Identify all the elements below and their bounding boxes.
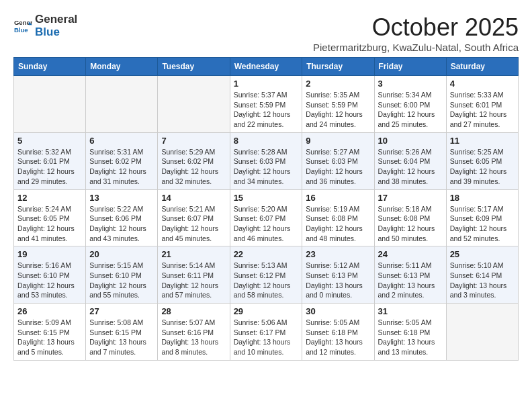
day-info: Sunrise: 5:09 AM Sunset: 6:15 PM Dayligh… xyxy=(17,318,82,357)
calendar-cell xyxy=(158,76,230,133)
svg-text:Blue: Blue xyxy=(14,26,28,33)
day-number: 30 xyxy=(306,306,370,316)
day-number: 21 xyxy=(161,249,226,259)
calendar-cell: 26Sunrise: 5:09 AM Sunset: 6:15 PM Dayli… xyxy=(14,304,86,361)
calendar-cell: 21Sunrise: 5:14 AM Sunset: 6:11 PM Dayli… xyxy=(158,246,230,304)
day-info: Sunrise: 5:18 AM Sunset: 6:08 PM Dayligh… xyxy=(378,204,443,244)
calendar-cell: 20Sunrise: 5:15 AM Sunset: 6:10 PM Dayli… xyxy=(86,246,158,304)
logo-blue-text: Blue xyxy=(35,26,77,39)
day-number: 6 xyxy=(89,136,154,146)
calendar-cell: 3Sunrise: 5:34 AM Sunset: 6:00 PM Daylig… xyxy=(374,76,446,133)
day-info: Sunrise: 5:06 AM Sunset: 6:17 PM Dayligh… xyxy=(234,318,299,357)
day-header-thursday: Thursday xyxy=(302,58,374,76)
day-info: Sunrise: 5:35 AM Sunset: 5:59 PM Dayligh… xyxy=(306,90,370,130)
day-number: 9 xyxy=(306,136,370,146)
day-number: 5 xyxy=(17,136,82,146)
day-info: Sunrise: 5:25 AM Sunset: 6:05 PM Dayligh… xyxy=(450,147,515,187)
calendar-cell: 17Sunrise: 5:18 AM Sunset: 6:08 PM Dayli… xyxy=(374,189,446,246)
day-number: 31 xyxy=(378,306,443,316)
day-info: Sunrise: 5:28 AM Sunset: 6:03 PM Dayligh… xyxy=(234,147,299,187)
day-number: 1 xyxy=(234,79,299,89)
day-info: Sunrise: 5:16 AM Sunset: 6:10 PM Dayligh… xyxy=(17,261,82,300)
day-number: 3 xyxy=(378,79,443,89)
calendar-cell: 11Sunrise: 5:25 AM Sunset: 6:05 PM Dayli… xyxy=(446,132,518,189)
calendar-cell: 14Sunrise: 5:21 AM Sunset: 6:07 PM Dayli… xyxy=(158,189,230,246)
day-info: Sunrise: 5:05 AM Sunset: 6:18 PM Dayligh… xyxy=(306,318,370,357)
day-info: Sunrise: 5:27 AM Sunset: 6:03 PM Dayligh… xyxy=(306,147,370,187)
calendar-cell: 9Sunrise: 5:27 AM Sunset: 6:03 PM Daylig… xyxy=(302,132,374,189)
day-info: Sunrise: 5:05 AM Sunset: 6:18 PM Dayligh… xyxy=(378,318,443,357)
day-number: 7 xyxy=(161,136,226,146)
day-header-saturday: Saturday xyxy=(446,58,518,76)
day-info: Sunrise: 5:24 AM Sunset: 6:05 PM Dayligh… xyxy=(17,204,82,244)
logo-icon: General Blue xyxy=(13,17,32,36)
day-info: Sunrise: 5:19 AM Sunset: 6:08 PM Dayligh… xyxy=(306,204,370,244)
day-number: 17 xyxy=(378,193,443,203)
calendar-week-row: 19Sunrise: 5:16 AM Sunset: 6:10 PM Dayli… xyxy=(14,246,519,304)
day-number: 16 xyxy=(306,193,370,203)
day-header-monday: Monday xyxy=(86,58,158,76)
title-block: October 2025 Pietermaritzburg, KwaZulu-N… xyxy=(313,13,519,53)
calendar-cell: 19Sunrise: 5:16 AM Sunset: 6:10 PM Dayli… xyxy=(14,246,86,304)
calendar-cell: 28Sunrise: 5:07 AM Sunset: 6:16 PM Dayli… xyxy=(158,304,230,361)
calendar-cell: 8Sunrise: 5:28 AM Sunset: 6:03 PM Daylig… xyxy=(230,132,302,189)
day-number: 25 xyxy=(450,249,515,259)
calendar-cell: 4Sunrise: 5:33 AM Sunset: 6:01 PM Daylig… xyxy=(446,76,518,133)
day-number: 26 xyxy=(17,306,82,316)
day-number: 19 xyxy=(17,249,82,259)
calendar-cell: 7Sunrise: 5:29 AM Sunset: 6:02 PM Daylig… xyxy=(158,132,230,189)
calendar-cell: 18Sunrise: 5:17 AM Sunset: 6:09 PM Dayli… xyxy=(446,189,518,246)
calendar-cell: 22Sunrise: 5:13 AM Sunset: 6:12 PM Dayli… xyxy=(230,246,302,304)
page-header: General Blue General Blue October 2025 P… xyxy=(13,13,519,53)
calendar-cell: 23Sunrise: 5:12 AM Sunset: 6:13 PM Dayli… xyxy=(302,246,374,304)
day-info: Sunrise: 5:17 AM Sunset: 6:09 PM Dayligh… xyxy=(450,204,515,244)
day-number: 28 xyxy=(161,306,226,316)
month-title: October 2025 xyxy=(313,13,519,42)
calendar-week-row: 26Sunrise: 5:09 AM Sunset: 6:15 PM Dayli… xyxy=(14,304,519,361)
day-number: 22 xyxy=(234,249,299,259)
day-info: Sunrise: 5:22 AM Sunset: 6:06 PM Dayligh… xyxy=(89,204,154,244)
day-number: 11 xyxy=(450,136,515,146)
day-info: Sunrise: 5:13 AM Sunset: 6:12 PM Dayligh… xyxy=(234,261,299,300)
calendar-header-row: SundayMondayTuesdayWednesdayThursdayFrid… xyxy=(14,58,519,76)
calendar-week-row: 5Sunrise: 5:32 AM Sunset: 6:01 PM Daylig… xyxy=(14,132,519,189)
day-info: Sunrise: 5:10 AM Sunset: 6:14 PM Dayligh… xyxy=(450,261,515,300)
day-info: Sunrise: 5:07 AM Sunset: 6:16 PM Dayligh… xyxy=(161,318,226,357)
calendar-cell: 6Sunrise: 5:31 AM Sunset: 6:02 PM Daylig… xyxy=(86,132,158,189)
day-info: Sunrise: 5:15 AM Sunset: 6:10 PM Dayligh… xyxy=(89,261,154,300)
calendar-cell: 16Sunrise: 5:19 AM Sunset: 6:08 PM Dayli… xyxy=(302,189,374,246)
day-info: Sunrise: 5:11 AM Sunset: 6:13 PM Dayligh… xyxy=(378,261,443,300)
day-info: Sunrise: 5:14 AM Sunset: 6:11 PM Dayligh… xyxy=(161,261,226,300)
day-header-friday: Friday xyxy=(374,58,446,76)
day-info: Sunrise: 5:12 AM Sunset: 6:13 PM Dayligh… xyxy=(306,261,370,300)
day-header-sunday: Sunday xyxy=(14,58,86,76)
logo-general-text: General xyxy=(35,13,77,26)
calendar-table: SundayMondayTuesdayWednesdayThursdayFrid… xyxy=(13,57,519,361)
calendar-week-row: 12Sunrise: 5:24 AM Sunset: 6:05 PM Dayli… xyxy=(14,189,519,246)
day-number: 14 xyxy=(161,193,226,203)
calendar-cell xyxy=(446,304,518,361)
calendar-cell: 15Sunrise: 5:20 AM Sunset: 6:07 PM Dayli… xyxy=(230,189,302,246)
location-subtitle: Pietermaritzburg, KwaZulu-Natal, South A… xyxy=(313,42,519,53)
day-info: Sunrise: 5:21 AM Sunset: 6:07 PM Dayligh… xyxy=(161,204,226,244)
calendar-cell: 1Sunrise: 5:37 AM Sunset: 5:59 PM Daylig… xyxy=(230,76,302,133)
calendar-cell: 30Sunrise: 5:05 AM Sunset: 6:18 PM Dayli… xyxy=(302,304,374,361)
day-header-tuesday: Tuesday xyxy=(158,58,230,76)
day-number: 15 xyxy=(234,193,299,203)
day-info: Sunrise: 5:20 AM Sunset: 6:07 PM Dayligh… xyxy=(234,204,299,244)
day-info: Sunrise: 5:08 AM Sunset: 6:15 PM Dayligh… xyxy=(89,318,154,357)
day-number: 8 xyxy=(234,136,299,146)
calendar-cell: 25Sunrise: 5:10 AM Sunset: 6:14 PM Dayli… xyxy=(446,246,518,304)
day-number: 29 xyxy=(234,306,299,316)
day-number: 12 xyxy=(17,193,82,203)
day-info: Sunrise: 5:31 AM Sunset: 6:02 PM Dayligh… xyxy=(89,147,154,187)
logo: General Blue General Blue xyxy=(13,13,77,38)
day-info: Sunrise: 5:26 AM Sunset: 6:04 PM Dayligh… xyxy=(378,147,443,187)
day-number: 4 xyxy=(450,79,515,89)
calendar-cell: 13Sunrise: 5:22 AM Sunset: 6:06 PM Dayli… xyxy=(86,189,158,246)
day-number: 2 xyxy=(306,79,370,89)
calendar-cell: 5Sunrise: 5:32 AM Sunset: 6:01 PM Daylig… xyxy=(14,132,86,189)
calendar-cell: 31Sunrise: 5:05 AM Sunset: 6:18 PM Dayli… xyxy=(374,304,446,361)
day-number: 18 xyxy=(450,193,515,203)
calendar-cell xyxy=(14,76,86,133)
